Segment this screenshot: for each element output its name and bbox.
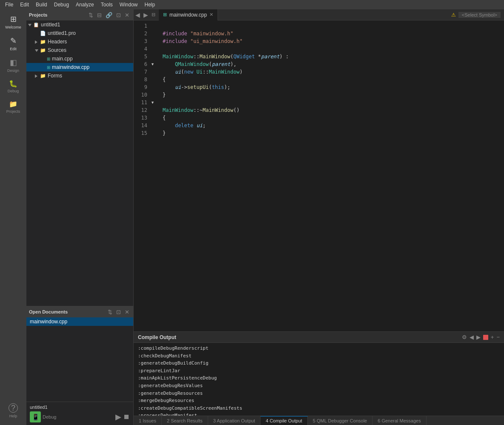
fold-column: ▼ ▼ <box>151 20 158 331</box>
cpp-icon-mainwindow: ⊞ <box>47 65 50 70</box>
editor-nav-forward[interactable]: ▶ <box>142 9 150 20</box>
compile-output-title: Compile Output <box>138 334 176 340</box>
sidebar-welcome-label: Welcome <box>5 25 21 29</box>
tree-item-maincpp[interactable]: ⊞ main.cpp <box>26 54 133 63</box>
compile-line-8: :mergeDebugResources <box>138 397 500 405</box>
sidebar: ⊞ Welcome ✎ Edit ◧ Design 🐛 Debug 📁 Proj… <box>0 9 26 425</box>
menu-file[interactable]: File <box>2 1 17 9</box>
compile-remove-btn[interactable]: − <box>496 334 500 340</box>
compile-line-10: :processDebugManifest <box>138 412 500 416</box>
compile-stop-btn[interactable] <box>483 335 488 340</box>
open-docs-title: Open Documents <box>29 309 68 314</box>
arrow-untitled1 <box>28 23 33 27</box>
compile-line-2: :checkDebugManifest <box>138 352 500 360</box>
projects-icon: 📁 <box>9 100 17 108</box>
menu-analyze[interactable]: Analyze <box>72 1 97 9</box>
tree-label-headers: Headers <box>48 39 67 45</box>
sidebar-item-debug[interactable]: 🐛 Debug <box>0 76 26 97</box>
forms-folder-icon: 📁 <box>40 73 46 79</box>
open-docs-sort-btn[interactable]: ⇅ <box>106 308 114 316</box>
tab-app-output[interactable]: 3 Application Output <box>208 416 261 425</box>
projects-close-btn[interactable]: ✕ <box>123 11 131 19</box>
projects-expand-btn[interactable]: ⊡ <box>115 11 122 19</box>
tab-close-btn[interactable]: ✕ <box>209 12 213 17</box>
projects-filter-btn[interactable]: ⊟ <box>96 11 103 19</box>
open-doc-mainwindow[interactable]: mainwindow.cpp <box>26 317 133 326</box>
menu-tools[interactable]: Tools <box>97 1 116 9</box>
editor-nav-split[interactable]: ⊟ <box>150 9 157 20</box>
debug-app-name: untitled1 <box>30 405 48 410</box>
tree-label-untitled1: untitled1 <box>41 22 60 28</box>
sidebar-item-projects[interactable]: 📁 Projects <box>0 97 26 117</box>
arrow-sources <box>35 48 40 52</box>
compile-output-content: :compileDebugRenderscript :checkDebugMan… <box>134 343 504 416</box>
editor-nav-back[interactable]: ◀ <box>134 9 142 20</box>
tree-item-sources[interactable]: 📁 Sources <box>26 46 133 54</box>
tab-search[interactable]: 2 Search Results <box>162 416 208 425</box>
tab-file-icon: ⊞ <box>163 12 167 17</box>
compile-line-4: :prepareLintJar <box>138 367 500 375</box>
symbol-selector[interactable]: <Select Symbol> <box>458 12 501 18</box>
menu-build[interactable]: Build <box>32 1 51 9</box>
pro-file-icon: 📄 <box>40 31 46 36</box>
compile-line-9: :createDebugCompatibleScreenManifests <box>138 405 500 412</box>
compile-nav-next[interactable]: ▶ <box>476 334 481 340</box>
tree-label-sources: Sources <box>48 47 66 53</box>
tab-issues[interactable]: 1 Issues <box>134 416 162 425</box>
projects-sort-btn[interactable]: ⇅ <box>87 11 94 19</box>
menu-window[interactable]: Window <box>116 1 141 9</box>
arrow-headers <box>35 40 40 44</box>
design-icon: ◧ <box>10 58 17 67</box>
debug-bottom-section: untitled1 📱 Debug ▶ ⏹ <box>26 402 133 425</box>
compile-line-7: :generateDebugResources <box>138 390 500 397</box>
compile-nav-prev[interactable]: ◀ <box>470 334 474 340</box>
tab-qml-debugger[interactable]: 5 QML Debugger Console <box>308 416 372 425</box>
tree-label-maincpp: main.cpp <box>52 56 73 62</box>
tree-item-mainwindowcpp[interactable]: ⊞ mainwindow.cpp <box>26 63 133 71</box>
open-docs-actions: ⇅ ⊡ ✕ <box>106 308 131 316</box>
menu-debug[interactable]: Debug <box>51 1 72 9</box>
sidebar-item-welcome[interactable]: ⊞ Welcome <box>0 11 26 33</box>
sidebar-item-design[interactable]: ◧ Design <box>0 54 26 76</box>
cpp-icon-main: ⊞ <box>47 57 50 61</box>
tree-item-pro[interactable]: 📄 untitled1.pro <box>26 29 133 37</box>
code-content[interactable]: #include "mainwindow.h" #include "ui_mai… <box>158 20 504 331</box>
menu-bar: File Edit Build Debug Analyze Tools Wind… <box>0 0 504 9</box>
debug-play-btn[interactable]: ▶ <box>115 412 121 422</box>
fold-arrow-11[interactable]: ▼ <box>151 99 158 106</box>
open-docs-close-btn[interactable]: ✕ <box>123 308 131 316</box>
open-doc-label: mainwindow.cpp <box>30 319 67 325</box>
sidebar-projects-label: Projects <box>6 109 20 114</box>
tree-item-forms[interactable]: 📁 Forms <box>26 71 133 80</box>
compile-output-actions: ⚙ ◀ ▶ + − <box>462 334 500 340</box>
sidebar-item-edit[interactable]: ✎ Edit <box>0 33 26 54</box>
welcome-icon: ⊞ <box>10 14 17 24</box>
compile-line-1: :compileDebugRenderscript <box>138 345 500 352</box>
tree-item-untitled1[interactable]: 📋 untitled1 <box>26 20 133 29</box>
projects-panel-header: Projects ⇅ ⊟ 🔗 ⊡ ✕ <box>26 9 133 20</box>
sidebar-item-help[interactable]: ? Help <box>0 400 26 422</box>
tab-general-messages[interactable]: 6 General Messages <box>372 416 427 425</box>
compile-line-3: :generateDebugBuildConfig <box>138 359 500 367</box>
editor-tab-mainwindow[interactable]: ⊞ mainwindow.cpp ✕ <box>159 9 218 20</box>
sidebar-edit-label: Edit <box>10 47 17 51</box>
projects-link-btn[interactable]: 🔗 <box>104 11 114 19</box>
arrow-forms <box>35 74 40 78</box>
projects-panel: Projects ⇅ ⊟ 🔗 ⊡ ✕ 📋 untitled1 <box>26 9 133 306</box>
tree-label-mainwindowcpp: mainwindow.cpp <box>52 64 89 70</box>
tab-compile-output[interactable]: 4 Compile Output <box>261 416 308 425</box>
bottom-tabs: 1 Issues 2 Search Results 3 Application … <box>134 416 504 425</box>
edit-icon: ✎ <box>10 36 17 46</box>
compile-settings-btn[interactable]: ⚙ <box>462 334 467 340</box>
compile-add-btn[interactable]: + <box>491 334 494 340</box>
menu-edit[interactable]: Edit <box>17 1 32 9</box>
project-icon: 📋 <box>33 22 39 28</box>
line-numbers: 12345 678910 1112131415 <box>134 20 151 331</box>
fold-arrow-6[interactable]: ▼ <box>151 60 158 68</box>
debug-stop-btn[interactable]: ⏹ <box>123 413 130 421</box>
menu-help[interactable]: Help <box>141 1 159 9</box>
tree-label-pro: untitled1.pro <box>48 30 76 36</box>
headers-folder-icon: 📁 <box>40 39 46 45</box>
open-docs-expand-btn[interactable]: ⊡ <box>115 308 122 316</box>
tree-item-headers[interactable]: 📁 Headers <box>26 37 133 46</box>
